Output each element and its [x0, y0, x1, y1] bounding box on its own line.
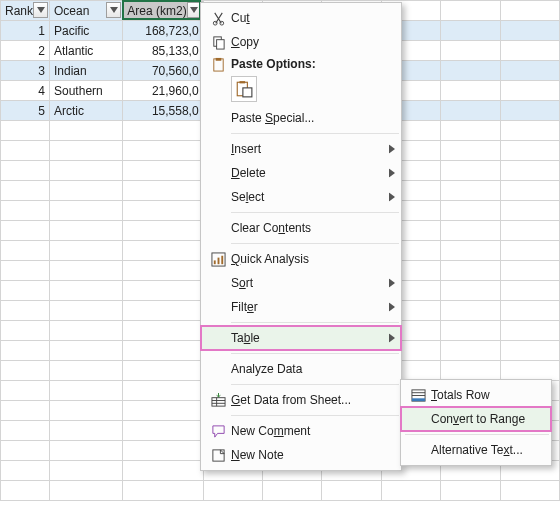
menu-item-filter[interactable]: Filter [201, 295, 401, 319]
menu-item-copy[interactable]: Copy [201, 30, 401, 54]
paste-option-default[interactable] [231, 76, 257, 102]
cell-rank[interactable]: 2 [1, 41, 50, 61]
comment-icon [205, 424, 231, 439]
submenu-item-totals-row[interactable]: Totals Row [401, 383, 551, 407]
menu-label: Paste Special... [231, 111, 383, 125]
menu-label: Alternative Text... [431, 443, 533, 457]
menu-label: Paste Options: [231, 57, 383, 71]
header-area[interactable]: Area (km2) [123, 1, 203, 21]
menu-label: Totals Row [431, 388, 533, 402]
paste-options-row [201, 74, 401, 106]
submenu-arrow-icon [389, 334, 395, 343]
menu-label: Cut [231, 11, 383, 25]
svg-rect-11 [217, 257, 219, 264]
menu-label: Delete [231, 166, 383, 180]
menu-label: New Note [231, 448, 383, 462]
header-label: Ocean [54, 4, 89, 18]
menu-label: Quick Analysis [231, 252, 383, 266]
cell-area[interactable]: 70,560,0 [123, 61, 203, 81]
quick-analysis-icon [205, 252, 231, 267]
filter-button[interactable] [33, 2, 48, 18]
cut-icon [205, 11, 231, 26]
cell-area[interactable]: 21,960,0 [123, 81, 203, 101]
cell-ocean[interactable]: Indian [50, 61, 123, 81]
cell-ocean[interactable]: Southern [50, 81, 123, 101]
menu-item-select[interactable]: Select [201, 185, 401, 209]
note-icon [205, 448, 231, 463]
menu-label: Convert to Range [431, 412, 533, 426]
menu-item-delete[interactable]: Delete [201, 161, 401, 185]
get-data-icon [205, 393, 231, 408]
submenu-arrow-icon [389, 145, 395, 154]
table-submenu: Totals Row Convert to Range Alternative … [400, 379, 552, 466]
menu-item-sort[interactable]: Sort [201, 271, 401, 295]
menu-separator [231, 384, 399, 385]
menu-item-cut[interactable]: Cut [201, 6, 401, 30]
header-rank[interactable]: Rank [1, 1, 50, 21]
cell-ocean[interactable]: Pacific [50, 21, 123, 41]
menu-separator [231, 322, 399, 323]
cell-ocean[interactable]: Arctic [50, 101, 123, 121]
header-label: Area (km2) [127, 4, 186, 18]
cell-rank[interactable]: 5 [1, 101, 50, 121]
menu-label: Analyze Data [231, 362, 383, 376]
cell-area[interactable]: 168,723,0 [123, 21, 203, 41]
menu-separator [231, 415, 399, 416]
chevron-down-icon [110, 7, 118, 13]
menu-item-analyze-data[interactable]: Analyze Data [201, 357, 401, 381]
svg-rect-3 [216, 39, 224, 48]
svg-point-1 [219, 21, 223, 25]
svg-rect-5 [215, 57, 221, 60]
submenu-arrow-icon [389, 279, 395, 288]
clipboard-icon [205, 57, 231, 72]
submenu-arrow-icon [389, 193, 395, 202]
menu-item-new-note[interactable]: New Note [201, 443, 401, 467]
submenu-item-convert-to-range[interactable]: Convert to Range [401, 407, 551, 431]
cell-area[interactable]: 15,558,0 [123, 101, 203, 121]
submenu-item-alternative-text[interactable]: Alternative Text... [401, 438, 551, 462]
submenu-arrow-icon [389, 303, 395, 312]
submenu-arrow-icon [389, 169, 395, 178]
menu-label: Select [231, 190, 383, 204]
menu-separator [405, 434, 549, 435]
menu-item-paste-options-label: Paste Options: [201, 54, 401, 74]
menu-label: New Comment [231, 424, 383, 438]
svg-rect-12 [221, 255, 223, 263]
menu-item-insert[interactable]: Insert [201, 137, 401, 161]
svg-rect-19 [411, 398, 424, 401]
menu-label: Clear Contents [231, 221, 383, 235]
chevron-down-icon [37, 7, 45, 13]
menu-item-clear-contents[interactable]: Clear Contents [201, 216, 401, 240]
menu-item-get-data[interactable]: Get Data from Sheet... [201, 388, 401, 412]
svg-rect-13 [211, 397, 224, 405]
svg-rect-8 [243, 88, 252, 97]
header-label: Rank [5, 4, 33, 18]
menu-item-table[interactable]: Table [201, 326, 401, 350]
svg-rect-7 [240, 81, 246, 83]
menu-label: Insert [231, 142, 383, 156]
cell-ocean[interactable]: Atlantic [50, 41, 123, 61]
menu-item-paste-special[interactable]: Paste Special... [201, 106, 401, 130]
cell-rank[interactable]: 4 [1, 81, 50, 101]
svg-rect-10 [213, 260, 215, 264]
totals-row-icon [405, 388, 431, 403]
menu-item-new-comment[interactable]: New Comment [201, 419, 401, 443]
menu-separator [231, 353, 399, 354]
menu-label: Copy [231, 35, 383, 49]
svg-point-0 [213, 21, 217, 25]
filter-button[interactable] [106, 2, 121, 18]
context-menu: Cut Copy Paste Options: Paste Special...… [200, 2, 402, 471]
menu-item-quick-analysis[interactable]: Quick Analysis [201, 247, 401, 271]
chevron-down-icon [190, 7, 198, 13]
cell-rank[interactable]: 1 [1, 21, 50, 41]
cell-rank[interactable]: 3 [1, 61, 50, 81]
menu-label: Get Data from Sheet... [231, 393, 383, 407]
header-ocean[interactable]: Ocean [50, 1, 123, 21]
menu-separator [231, 133, 399, 134]
clipboard-paste-icon [235, 80, 253, 98]
cell-area[interactable]: 85,133,0 [123, 41, 203, 61]
menu-label: Filter [231, 300, 383, 314]
copy-icon [205, 35, 231, 50]
menu-separator [231, 243, 399, 244]
menu-label: Sort [231, 276, 383, 290]
